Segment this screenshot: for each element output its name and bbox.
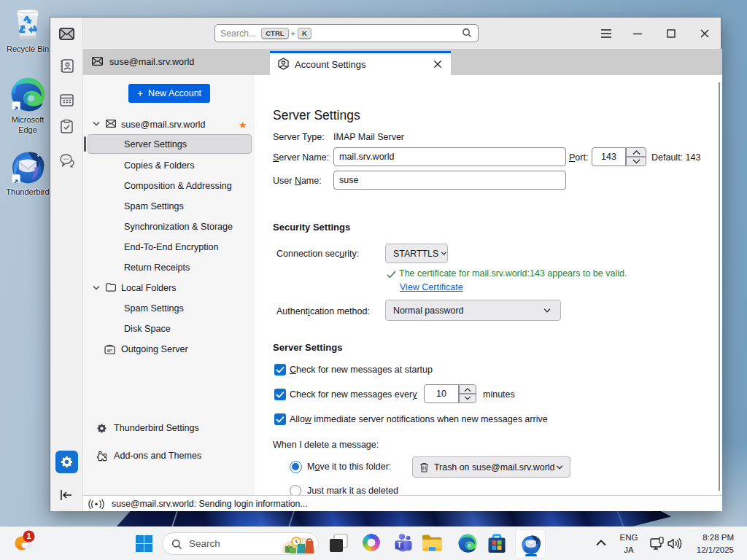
svg-text:1: 1 [26, 532, 31, 540]
svg-text:T: T [397, 541, 401, 549]
